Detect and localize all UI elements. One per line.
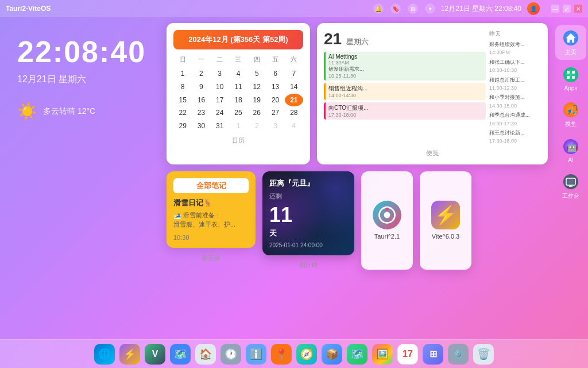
calendar-day-21-today[interactable]: 21 xyxy=(285,94,303,107)
workbench-icon xyxy=(562,172,580,191)
calendar-day-20[interactable]: 20 xyxy=(266,94,284,107)
calendar-day-25[interactable]: 25 xyxy=(229,106,247,120)
sidebar-item-workbench[interactable]: 工作台 xyxy=(555,169,586,204)
bookmark-icon[interactable]: 🔖 xyxy=(390,3,401,14)
apps-icon xyxy=(562,66,580,84)
avatar[interactable]: 👤 xyxy=(527,2,540,15)
maximize-button[interactable]: ⤢ xyxy=(563,5,571,13)
countdown-label: 倒计时 xyxy=(262,261,354,270)
taskbar-launchpad[interactable]: ⊞ xyxy=(423,344,443,365)
calendar-day-6[interactable]: 6 xyxy=(266,67,284,80)
sidebar-item-apps[interactable]: Apps xyxy=(555,62,586,95)
calendar-day-11[interactable]: 11 xyxy=(229,80,247,94)
calendar-day-1[interactable]: 1 xyxy=(173,67,192,80)
calendar-day-24[interactable]: 24 xyxy=(211,106,229,120)
calendar-day-16[interactable]: 16 xyxy=(192,94,210,107)
taskbar-system-prefs[interactable]: ⚙️ xyxy=(448,344,469,365)
calendar-day-7[interactable]: 7 xyxy=(285,67,303,80)
titlebar: Tauri2-ViteOS 🔔 🔖 ⊞ ✦ 12月21日 星期六 22:08:4… xyxy=(0,0,588,17)
taskbar-maps[interactable]: 🗺️ xyxy=(170,344,191,365)
titlebar-right: 🔔 🔖 ⊞ ✦ 12月21日 星期六 22:08:40 👤 — ⤢ ✕ xyxy=(373,2,582,15)
minimize-button[interactable]: — xyxy=(551,5,559,13)
taskbar-vue[interactable]: V xyxy=(145,344,165,365)
calendar-day-14[interactable]: 14 xyxy=(285,80,303,94)
home-taskbar-icon: 🏠 xyxy=(199,348,212,361)
sidebar-item-fishing[interactable]: 🎣 摸鱼 xyxy=(555,97,586,132)
right-event-1: 财务组绩效考...14:00PM xyxy=(489,40,541,57)
sticky-top: 21 星期六 AI Mettings 11:30AM 研发组新需求... 10:… xyxy=(324,30,541,145)
notification-icon[interactable]: 🔔 xyxy=(373,3,384,14)
event-title-3: 向CTO汇报项... xyxy=(328,104,483,112)
calendar-day-4[interactable]: 4 xyxy=(229,67,247,80)
calendar-day-23[interactable]: 23 xyxy=(192,106,210,120)
sidebar-ai-label: AI xyxy=(568,157,573,163)
trash-icon: 🗑️ xyxy=(477,348,490,361)
calendar-day-3[interactable]: 3 xyxy=(266,120,284,133)
calendar-day-9[interactable]: 9 xyxy=(192,80,210,94)
calendar-day-30[interactable]: 30 xyxy=(192,120,210,133)
calendar-day-26[interactable]: 26 xyxy=(247,106,266,120)
calendar-day-2[interactable]: 2 xyxy=(192,67,210,80)
vue-icon: V xyxy=(152,349,158,359)
taskbar-info[interactable]: ℹ️ xyxy=(246,344,266,365)
grid-icon[interactable]: ⊞ xyxy=(408,3,418,14)
clock-icon: 🕐 xyxy=(225,348,237,361)
calendar-day-8[interactable]: 8 xyxy=(173,80,192,94)
taskbar-vite[interactable]: ⚡ xyxy=(119,344,140,365)
taskbar-home[interactable]: 🏠 xyxy=(195,344,216,365)
weather-text: 多云转晴 12°C xyxy=(43,106,95,117)
calendar-day-13[interactable]: 13 xyxy=(266,80,284,94)
taskbar-maps2[interactable]: 🗺️ xyxy=(347,344,368,365)
calendar-day-12[interactable]: 12 xyxy=(247,80,266,94)
taskbar-clock[interactable]: 🕐 xyxy=(220,344,241,365)
calendar-day-3[interactable]: 3 xyxy=(211,67,229,80)
taskbar-location[interactable]: 📍 xyxy=(271,344,292,365)
calendar-day-29[interactable]: 29 xyxy=(173,120,192,133)
calendar-day-31[interactable]: 31 xyxy=(211,120,229,133)
svg-point-1 xyxy=(384,212,390,218)
svg-point-13 xyxy=(563,174,578,189)
taskbar-photos[interactable]: 🖼️ xyxy=(372,344,393,365)
taskbar-trash[interactable]: 🗑️ xyxy=(473,344,494,365)
vite-app-widget[interactable]: ⚡ Vite^6.0.3 xyxy=(420,171,471,270)
taskbar-calendar[interactable]: 17 xyxy=(397,344,418,365)
calendar-day-2[interactable]: 2 xyxy=(247,120,266,133)
widgets-bottom-row: 全部笔记 滑雪日记🦌 🎿 滑雪前准备：滑雪服、速干衣、护... 10:30 备忘… xyxy=(167,171,548,270)
calendar-day-18[interactable]: 18 xyxy=(229,94,247,107)
sidebar-home-label: 主页 xyxy=(565,48,577,56)
countdown-widget[interactable]: 距离『元旦』 还剩 11 天 2025-01-01 24:00:00 xyxy=(262,171,354,255)
close-button[interactable]: ✕ xyxy=(574,5,582,13)
calendar-label: 日历 xyxy=(173,136,303,145)
memo-content: 🎿 滑雪前准备：滑雪服、速干衣、护... xyxy=(173,210,249,229)
taskbar-safari[interactable]: 🧭 xyxy=(296,344,317,365)
calendar-day-10[interactable]: 10 xyxy=(211,80,229,94)
event-cto[interactable]: 向CTO汇报项... 17:30-18:00 xyxy=(324,102,486,120)
memo-time: 10:30 xyxy=(173,234,249,241)
sidebar-item-home[interactable]: 主页 xyxy=(555,25,586,60)
calendar-day-28[interactable]: 28 xyxy=(285,106,303,120)
sidebar-item-ai[interactable]: 🤖 AI xyxy=(555,134,586,167)
countdown-number: 11 xyxy=(269,203,347,227)
event-sales[interactable]: 销售组近程沟... 14:00-14:30 xyxy=(324,83,486,100)
calendar-day-17[interactable]: 17 xyxy=(211,94,229,107)
taskbar-edge[interactable]: 🌐 xyxy=(94,344,115,365)
tauri-app-name: Tauri^2.1 xyxy=(374,233,400,240)
calendar-day-1[interactable]: 1 xyxy=(229,120,247,133)
star-icon[interactable]: ✦ xyxy=(425,3,435,14)
calendar-day-5[interactable]: 5 xyxy=(247,67,266,80)
widgets-top-row: 2024年12月 (第356天 第52周) 日 一 二 三 四 五 六 1234… xyxy=(167,23,548,164)
appstore-icon: 📦 xyxy=(326,348,338,361)
tauri-app-widget[interactable]: Tauri^2.1 xyxy=(361,171,413,270)
event-ai-meetings[interactable]: AI Mettings 11:30AM 研发组新需求... 10:25-11:3… xyxy=(324,52,486,80)
calendar-day-27[interactable]: 27 xyxy=(266,106,284,120)
photos-icon: 🖼️ xyxy=(376,348,389,361)
calendar-day-4[interactable]: 4 xyxy=(285,120,303,133)
calendar-day-19[interactable]: 19 xyxy=(247,94,266,107)
taskbar-appstore[interactable]: 📦 xyxy=(322,344,342,365)
maps2-icon: 🗺️ xyxy=(351,348,363,361)
memo-widget[interactable]: 全部笔记 滑雪日记🦌 🎿 滑雪前准备：滑雪服、速干衣、护... 10:30 xyxy=(167,171,256,248)
weekday-tue: 二 xyxy=(211,54,229,65)
main-area: 22:08:40 12月21日 星期六 ☀️ 多云转晴 12°C 2024年12… xyxy=(0,17,588,339)
calendar-day-15[interactable]: 15 xyxy=(173,94,192,107)
calendar-day-22[interactable]: 22 xyxy=(173,106,192,120)
